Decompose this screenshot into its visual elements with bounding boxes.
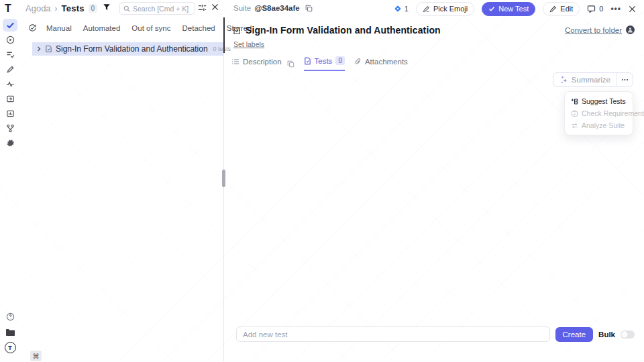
more-actions-button[interactable]: ••• (610, 5, 621, 13)
search-input[interactable] (133, 5, 191, 13)
top-actions: 1 Pick Emoji New Test Edit (394, 1, 636, 16)
tab-tests[interactable]: Tests 0 (304, 56, 345, 71)
pencil-icon (549, 5, 557, 13)
menu-item-label: Check Requirements (582, 109, 644, 117)
command-icon: ⌘ (33, 353, 40, 360)
sidebar-item-reports[interactable] (3, 107, 17, 120)
play-circle-icon (6, 36, 15, 44)
tab-attachments[interactable]: Attachments (354, 58, 408, 70)
sidebar-item-compose[interactable] (3, 63, 17, 76)
tests-check-icon (6, 21, 15, 29)
breadcrumb-separator: › (55, 4, 58, 13)
sidebar-item-runs[interactable] (3, 34, 17, 46)
summarize-pill: Summarize (553, 72, 633, 87)
branch-icon (6, 124, 15, 133)
analyze-suite-icon (571, 122, 578, 129)
bulk-label: Bulk (598, 330, 615, 339)
sidebar-item-tests[interactable] (3, 19, 17, 32)
filter-tab-detached[interactable]: Detached (182, 24, 215, 32)
summarize-label: Summarize (572, 76, 610, 84)
filter-tab-manual[interactable]: Manual (46, 24, 72, 32)
detail-tabs: Description Tests 0 Attachments (231, 56, 408, 71)
panel-divider-active (223, 17, 225, 53)
rail-bottom: T (0, 310, 20, 357)
chevron-right-icon[interactable] (36, 46, 42, 52)
collaborator-avatar (626, 25, 635, 34)
menu-item-check-requirements[interactable]: Check Requirements (565, 107, 633, 119)
panel-resize-handle[interactable] (222, 170, 225, 187)
keyboard-shortcuts-button[interactable]: ⌘ (30, 351, 42, 361)
suite-tree-title: Sign-In Form Validation and Authenticati… (56, 44, 208, 54)
pen-icon (6, 65, 15, 74)
pick-emoji-button[interactable]: Pick Emoji (416, 2, 474, 16)
suite-label: Suite (233, 4, 251, 12)
sync-status-icon[interactable] (28, 23, 37, 32)
convert-to-folder-link[interactable]: Convert to folder (565, 26, 622, 34)
sidebar-item-pulse[interactable] (3, 78, 17, 90)
add-test-row: Create Bulk (236, 326, 635, 342)
tab-description[interactable]: Description (231, 58, 282, 70)
new-test-label: New Test (498, 5, 529, 13)
filter-tabs: Manual Automated Out of sync Detached St… (28, 23, 252, 32)
set-labels-link[interactable]: Set labels (233, 40, 264, 48)
convert-wrap: Convert to folder (565, 25, 635, 34)
comment-icon (587, 5, 596, 13)
detail-title-row: Sign-In Form Validation and Authenticati… (233, 25, 441, 36)
check-requirements-icon (571, 110, 578, 117)
new-test-button[interactable]: New Test (482, 2, 535, 16)
help-button[interactable] (3, 310, 17, 323)
breadcrumb-project[interactable]: Agoda (25, 3, 51, 13)
bulk-toggle[interactable] (621, 330, 635, 339)
filter-tab-out-of-sync[interactable]: Out of sync (131, 24, 170, 32)
summarize-button[interactable]: Summarize (553, 73, 616, 86)
suite-tree-row[interactable]: Sign-In Form Validation and Authenticati… (32, 42, 223, 56)
pulse-icon (6, 80, 15, 88)
tests-doc-icon (304, 57, 311, 65)
breadcrumb-section[interactable]: Tests (62, 3, 85, 13)
account-avatar[interactable]: T (3, 341, 17, 354)
import-box-icon (6, 95, 15, 103)
tests-count-badge: 0 (335, 56, 345, 65)
tab-tests-label: Tests (315, 57, 333, 65)
check-icon (488, 5, 495, 12)
left-icon-rail: T (0, 19, 20, 362)
sidebar-item-settings[interactable] (3, 137, 17, 149)
create-button[interactable]: Create (555, 327, 594, 342)
edit-label: Edit (560, 5, 573, 13)
gear-icon (6, 139, 15, 147)
pick-emoji-label: Pick Emoji (433, 5, 468, 13)
list-check-icon (6, 50, 15, 59)
report-chart-icon (6, 109, 15, 118)
tests-count-badge: 0 (89, 4, 98, 13)
sidebar-item-import[interactable] (3, 93, 17, 105)
suggest-tests-icon (571, 98, 578, 105)
ai-actions-menu: Suggest Tests Check Requirements Analyze… (564, 91, 633, 135)
menu-item-label: Suggest Tests (582, 97, 626, 105)
app-logo[interactable]: T (5, 3, 11, 15)
paperclip-icon (354, 58, 362, 66)
close-suite-icon[interactable] (629, 5, 636, 13)
toggle-knob (621, 331, 628, 338)
edit-button[interactable]: Edit (543, 2, 580, 16)
filter-icon[interactable] (103, 3, 111, 11)
menu-item-analyze-suite[interactable]: Analyze Suite (565, 119, 633, 131)
filter-tab-automated[interactable]: Automated (83, 24, 121, 32)
ai-more-button[interactable] (617, 73, 633, 86)
add-new-test-input[interactable] (236, 326, 550, 342)
copy-description-icon[interactable] (287, 60, 294, 68)
sidebar-item-plans[interactable] (3, 48, 17, 61)
menu-item-suggest-tests[interactable]: Suggest Tests (565, 95, 633, 107)
filter-settings-icon[interactable] (198, 3, 207, 12)
close-left-panel-icon[interactable] (211, 3, 219, 11)
sidebar-item-branches[interactable] (3, 122, 17, 135)
detail-doc-icon (233, 26, 241, 35)
menu-item-label: Analyze Suite (582, 121, 625, 129)
linked-issues-chip[interactable]: 1 (394, 5, 409, 13)
suite-id-line: Suite @S8ae34afe (233, 4, 313, 12)
projects-button[interactable] (3, 326, 17, 339)
top-bar: T Agoda › Tests 0 Suite @S8ae34afe (0, 0, 644, 17)
comments-chip[interactable]: 0 (587, 5, 603, 13)
copy-suite-id-icon[interactable] (305, 5, 313, 12)
search-icon (123, 5, 130, 12)
detail-title: Sign-In Form Validation and Authenticati… (246, 25, 441, 36)
